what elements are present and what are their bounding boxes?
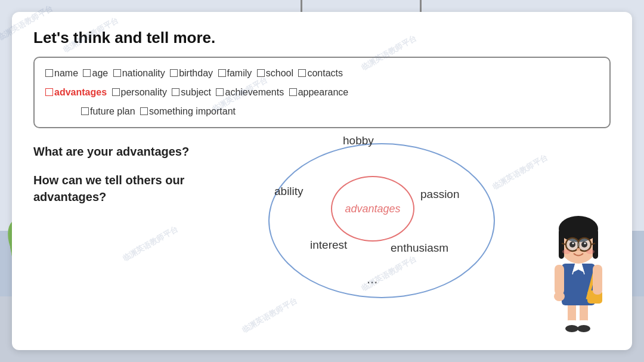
- tag-advantages: advantages: [45, 87, 107, 97]
- checkbox-contacts: [298, 69, 306, 77]
- checkbox-advantages: [45, 88, 53, 96]
- svg-point-30: [581, 242, 587, 247]
- tag-school: school: [257, 68, 293, 78]
- checkbox-something-important: [140, 107, 148, 115]
- question-2: How can we tell others our advantages?: [33, 172, 224, 205]
- checkbox-subject: [172, 88, 179, 96]
- tag-name: name: [45, 68, 78, 78]
- svg-point-33: [577, 248, 580, 250]
- svg-point-34: [562, 249, 571, 254]
- venn-word-hobby: hobby: [343, 134, 374, 147]
- svg-point-29: [569, 242, 575, 247]
- tag-birthday: birthday: [170, 68, 213, 78]
- tag-family: family: [218, 68, 252, 78]
- svg-point-32: [584, 243, 586, 245]
- venn-word-enthusiasm: enthusiasm: [391, 242, 448, 255]
- tags-box: name age nationality birthday family sch…: [33, 57, 611, 128]
- svg-rect-16: [593, 265, 602, 295]
- checkbox-future-plan: [81, 107, 89, 115]
- svg-rect-15: [555, 265, 564, 295]
- svg-point-35: [586, 249, 595, 254]
- venn-diagram: advantages hobby ability passion interes…: [239, 131, 537, 310]
- question-1: What are your advantages?: [33, 143, 224, 160]
- tag-something-important: something important: [140, 106, 236, 116]
- tag-age: age: [83, 68, 108, 78]
- tag-appearance: appearance: [289, 87, 349, 97]
- venn-word-ability: ability: [274, 185, 304, 198]
- tag-future-plan: future plan: [81, 106, 135, 116]
- girl-character: [543, 192, 614, 335]
- checkbox-name: [45, 69, 53, 77]
- checkbox-family: [218, 69, 226, 77]
- venn-inner-circle: advantages: [331, 176, 414, 242]
- tag-subject: subject: [172, 87, 211, 97]
- venn-word-dots: ...: [367, 271, 377, 287]
- venn-center-label: advantages: [345, 203, 400, 215]
- checkbox-personality: [112, 88, 120, 96]
- svg-point-19: [559, 216, 598, 242]
- tag-nationality: nationality: [113, 68, 165, 78]
- tag-personality: personality: [112, 87, 167, 97]
- tag-contacts: contacts: [298, 68, 343, 78]
- content-area: Let's think and tell more. name age nati…: [12, 12, 632, 350]
- checkbox-achievements: [216, 88, 224, 96]
- svg-point-9: [565, 325, 578, 332]
- checkbox-appearance: [289, 88, 297, 96]
- svg-point-31: [572, 243, 574, 245]
- venn-word-passion: passion: [420, 188, 460, 201]
- checkbox-nationality: [113, 69, 121, 77]
- slide: Let's think and tell more. name age nati…: [0, 0, 644, 362]
- checkbox-birthday: [170, 69, 178, 77]
- questions-section: What are your advantages? How can we tel…: [33, 143, 224, 217]
- slide-title: Let's think and tell more.: [33, 29, 611, 47]
- venn-word-interest: interest: [310, 239, 347, 252]
- tag-achievements: achievements: [216, 87, 284, 97]
- checkbox-school: [257, 69, 265, 77]
- svg-point-10: [577, 325, 590, 332]
- svg-point-17: [554, 292, 565, 301]
- checkbox-age: [83, 69, 91, 77]
